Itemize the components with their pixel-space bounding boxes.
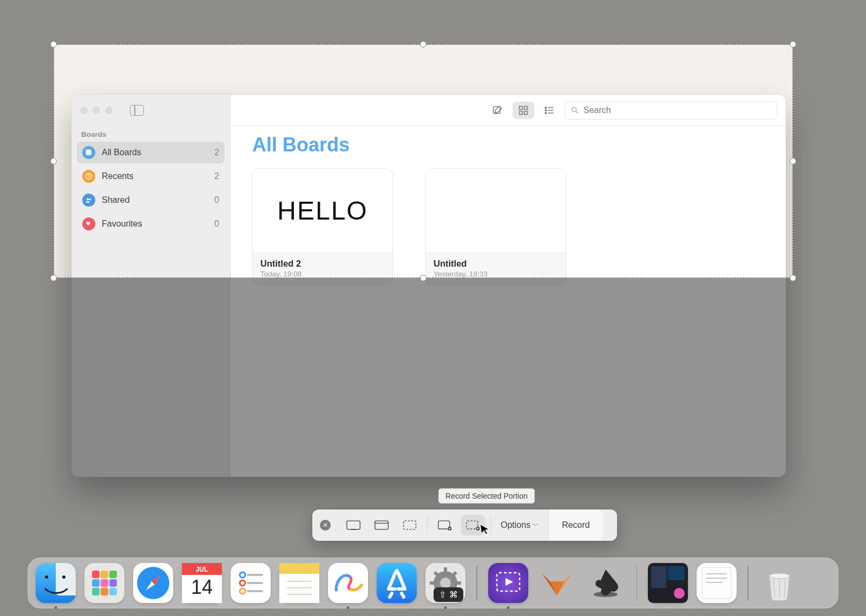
dock-recent-textedit[interactable]	[697, 563, 737, 603]
dock-app-calendar[interactable]: JUL 14	[182, 563, 222, 603]
list-view-button[interactable]	[539, 102, 560, 119]
dock-recent-vscode[interactable]	[648, 563, 688, 603]
dock-app-notes[interactable]	[279, 563, 319, 603]
svg-rect-22	[404, 521, 416, 529]
svg-rect-20	[375, 521, 389, 529]
svg-point-68	[594, 592, 618, 597]
running-indicator	[444, 606, 447, 609]
selection-handle-e[interactable]	[790, 158, 796, 164]
cursor-icon	[480, 522, 491, 539]
dock-app-reminders[interactable]	[231, 563, 271, 603]
dock-app-screenshot[interactable]	[488, 563, 528, 603]
sidebar-item-shared[interactable]: Shared 0	[77, 189, 225, 211]
svg-rect-37	[109, 579, 117, 587]
capture-selection-button[interactable]	[398, 515, 422, 535]
selection-handle-se[interactable]	[790, 275, 796, 281]
sidebar-item-count: 2	[214, 148, 219, 157]
sidebar-item-count: 0	[214, 195, 219, 205]
selection-handle-s[interactable]	[420, 275, 427, 281]
dock-divider	[637, 566, 638, 600]
tooltip: Record Selected Portion	[438, 488, 535, 504]
svg-point-16	[572, 107, 576, 111]
svg-line-65	[452, 572, 456, 576]
capture-window-button[interactable]	[370, 515, 393, 535]
sidebar-toggle-icon[interactable]	[130, 105, 144, 116]
traffic-lights[interactable]	[80, 107, 113, 114]
sidebar-item-recents[interactable]: Recents 2	[77, 165, 225, 187]
svg-point-30	[45, 575, 48, 579]
selection-handle-n[interactable]	[420, 41, 427, 48]
zoom-button[interactable]	[105, 107, 113, 114]
running-indicator	[347, 606, 350, 609]
svg-rect-8	[520, 111, 523, 114]
svg-rect-33	[101, 571, 108, 578]
svg-point-14	[545, 112, 547, 114]
close-button[interactable]	[80, 107, 88, 114]
sidebar-item-label: All Boards	[102, 148, 141, 157]
dim-overlay	[0, 44, 54, 278]
options-menu[interactable]: Options ﹀	[491, 520, 548, 530]
dim-overlay	[793, 44, 866, 278]
board-subtitle: Yesterday, 19:33	[434, 270, 558, 278]
dock-app-launchpad[interactable]	[84, 563, 124, 603]
dock-app-inkscape[interactable]	[586, 563, 626, 603]
sidebar-item-count: 0	[214, 219, 219, 229]
sidebar-item-favourites[interactable]: Favourites 0	[77, 213, 225, 235]
svg-rect-38	[92, 588, 100, 595]
toolbar	[231, 95, 786, 126]
sidebar-item-all-boards[interactable]: All Boards 2	[77, 142, 225, 163]
sidebar-item-label: Favourites	[102, 219, 142, 229]
selection-handle-sw[interactable]	[50, 275, 57, 281]
board-title: Untitled	[434, 259, 558, 269]
board-card[interactable]: HELLO Untitled 2 Today, 19:08	[252, 168, 393, 285]
record-button[interactable]: Record	[548, 509, 603, 541]
svg-rect-71	[667, 566, 685, 580]
svg-point-58	[440, 578, 451, 588]
board-preview	[426, 169, 566, 253]
close-screenshot-toolbar-button[interactable]: ✕	[320, 520, 331, 531]
board-preview: HELLO	[253, 169, 392, 253]
boards-grid: HELLO Untitled 2 Today, 19:08 Untitled Y…	[252, 168, 764, 285]
sidebar-item-count: 2	[214, 171, 219, 181]
selection-handle-nw[interactable]	[50, 41, 57, 48]
record-entire-screen-button[interactable]	[433, 515, 457, 535]
svg-point-4	[89, 198, 91, 201]
grid-view-button[interactable]	[513, 102, 534, 119]
dock-app-appstore[interactable]	[377, 563, 417, 603]
board-title: Untitled 2	[260, 259, 385, 269]
dock-app-freeform[interactable]	[328, 563, 368, 603]
dock-app-fox[interactable]	[537, 563, 577, 603]
board-card[interactable]: Untitled Yesterday, 19:33	[425, 168, 566, 285]
window-titlebar	[71, 95, 230, 126]
minimize-button[interactable]	[93, 107, 100, 114]
boards-icon	[82, 146, 95, 159]
heart-icon	[82, 217, 95, 230]
svg-rect-7	[524, 106, 528, 109]
people-icon	[82, 194, 95, 207]
new-board-button[interactable]	[487, 102, 508, 119]
capture-entire-screen-button[interactable]	[342, 515, 365, 535]
sidebar-section-label: Boards	[71, 126, 230, 141]
search-input[interactable]	[583, 105, 771, 115]
search-icon	[570, 106, 579, 115]
selection-handle-ne[interactable]	[790, 41, 796, 48]
calendar-day: 14	[182, 576, 222, 599]
svg-point-12	[545, 109, 547, 111]
dock-trash[interactable]	[759, 563, 799, 603]
page-title: All Boards	[252, 134, 764, 156]
search-field[interactable]	[565, 101, 777, 120]
board-subtitle: Today, 19:08	[260, 270, 385, 278]
svg-rect-32	[92, 571, 100, 578]
dock-app-finder[interactable]	[36, 563, 76, 603]
running-indicator	[507, 606, 509, 609]
svg-point-77	[769, 573, 790, 579]
shift-icon: ⇧	[439, 589, 446, 600]
svg-point-25	[449, 528, 450, 529]
svg-point-3	[87, 198, 89, 200]
selection-handle-w[interactable]	[50, 158, 57, 164]
dock: JUL 14	[28, 558, 838, 608]
dock-app-safari[interactable]	[133, 563, 173, 603]
chevron-down-icon: ﹀	[533, 521, 539, 529]
preview-text: HELLO	[277, 196, 368, 226]
sidebar-item-label: Shared	[102, 195, 130, 205]
